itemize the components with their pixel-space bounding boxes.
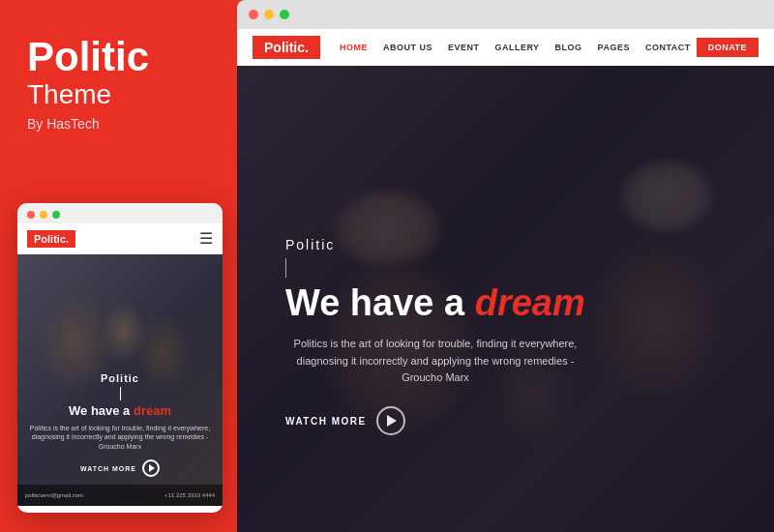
desktop-logo: Politic. xyxy=(253,36,320,59)
dot-green xyxy=(52,211,60,219)
mobile-phone: +11 225 3333 4444 xyxy=(164,492,215,498)
left-panel: Politic Theme By HasTech Politic. ☰ Poli… xyxy=(0,0,240,532)
desktop-dot-red xyxy=(249,10,258,19)
hero-politic-label: Politic xyxy=(285,237,726,252)
mobile-headline-dream: dream xyxy=(134,403,171,418)
nav-link-about[interactable]: ABOUT US xyxy=(383,43,432,52)
hero-headline-pre: We have a xyxy=(285,282,475,323)
mobile-nav: Politic. ☰ xyxy=(17,223,223,254)
desktop-dot-yellow xyxy=(264,10,274,19)
desktop-dot-green xyxy=(280,10,289,19)
nav-link-gallery[interactable]: GALLERY xyxy=(494,43,539,52)
theme-subtitle: Theme xyxy=(27,79,213,110)
nav-links: HOME ABOUT US EVENT GALLERY BLOG PAGES C… xyxy=(340,43,697,52)
theme-author: By HasTech xyxy=(27,116,213,132)
desktop-browser-bar xyxy=(237,0,774,29)
desktop-hero: Politic We have a dream Politics is the … xyxy=(237,66,774,532)
hero-play-button[interactable] xyxy=(376,406,405,435)
hamburger-icon[interactable]: ☰ xyxy=(199,229,213,248)
nav-link-pages[interactable]: PAGES xyxy=(598,43,630,52)
mobile-browser-dots xyxy=(17,203,223,223)
mobile-headline-pre: We have a xyxy=(69,403,134,418)
mobile-logo: Politic. xyxy=(27,230,75,248)
mobile-politic-label: Politic xyxy=(27,372,213,384)
mobile-footer-bar: politicserv@gmail.com +11 225 3333 4444 xyxy=(17,485,223,506)
hero-divider xyxy=(285,258,286,278)
donate-button[interactable]: DONATE xyxy=(697,38,759,57)
mobile-email: politicserv@gmail.com xyxy=(25,492,83,498)
hero-headline-dream: dream xyxy=(475,282,585,323)
mobile-headline: We have a dream xyxy=(27,403,213,418)
desktop-nav: Politic. HOME ABOUT US EVENT GALLERY BLO… xyxy=(237,29,774,66)
mobile-watch-more[interactable]: WATCH MORE xyxy=(27,459,213,477)
nav-link-home[interactable]: HOME xyxy=(340,43,368,52)
mobile-hero-content: Politic We have a dream Politics is the … xyxy=(17,372,223,477)
mobile-description: Politics is the art of looking for troub… xyxy=(27,424,213,452)
hero-description: Politics is the art of looking for troub… xyxy=(285,336,585,387)
mobile-divider xyxy=(120,387,121,400)
mobile-preview: Politic. ☰ Politic We have a dream Polit… xyxy=(17,203,223,513)
dot-red xyxy=(27,211,35,219)
hero-watch-more[interactable]: WATCH MORE xyxy=(285,406,726,435)
hero-headline: We have a dream xyxy=(285,283,726,324)
hero-watch-label: WATCH MORE xyxy=(285,416,367,427)
dot-yellow xyxy=(40,211,47,219)
theme-title: Politic xyxy=(27,35,213,79)
nav-link-contact[interactable]: CONTACT xyxy=(645,43,691,52)
nav-link-event[interactable]: EVENT xyxy=(448,43,480,52)
nav-link-blog[interactable]: BLOG xyxy=(555,43,582,52)
desktop-preview: Politic. HOME ABOUT US EVENT GALLERY BLO… xyxy=(237,0,774,532)
hero-content: Politic We have a dream Politics is the … xyxy=(285,237,726,435)
mobile-watch-label: WATCH MORE xyxy=(80,465,136,472)
mobile-play-button[interactable] xyxy=(142,459,160,477)
mobile-hero: Politic We have a dream Politics is the … xyxy=(17,254,223,506)
